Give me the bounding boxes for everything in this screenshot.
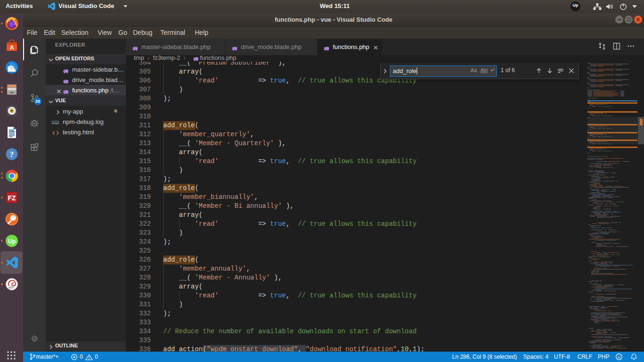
svg-text:A: A — [10, 44, 14, 51]
svg-text:?: ? — [10, 150, 14, 159]
svg-text:FZ: FZ — [8, 194, 16, 202]
svg-text:Up: Up — [8, 238, 16, 245]
